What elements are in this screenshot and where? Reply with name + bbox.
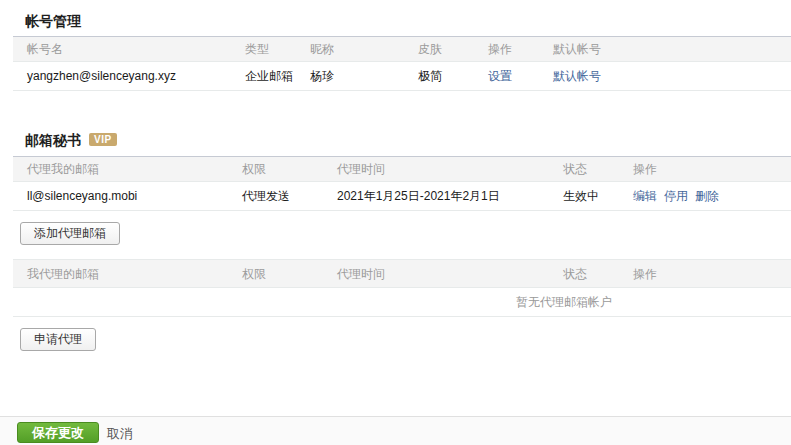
account-type: 企业邮箱 [245, 68, 293, 85]
settings-page: 帐号管理 帐号名 类型 昵称 皮肤 操作 默认帐号 yangzhen@silen… [0, 0, 791, 445]
col-proxy-my-mailbox: 代理我的邮箱 [27, 161, 99, 178]
col-type: 类型 [245, 41, 269, 58]
col-proxy-period: 代理时间 [337, 161, 385, 178]
section-title-account-management: 帐号管理 [25, 13, 81, 31]
settings-link[interactable]: 设置 [488, 69, 512, 83]
delegated-by-me-table: 我代理的邮箱 权限 代理时间 状态 操作 暂无代理邮箱帐户 [13, 259, 791, 317]
col-operation: 操作 [633, 161, 657, 178]
proxy-email: ll@silenceyang.mobi [27, 189, 137, 203]
account-table: 帐号名 类型 昵称 皮肤 操作 默认帐号 yangzhen@silenceyan… [13, 36, 791, 91]
col-default-account: 默认帐号 [553, 41, 601, 58]
col-nickname: 昵称 [310, 41, 334, 58]
account-table-header: 帐号名 类型 昵称 皮肤 操作 默认帐号 [13, 36, 791, 62]
col-operation: 操作 [488, 41, 512, 58]
footer-bar: 保存更改 取消 [0, 416, 791, 445]
apply-proxy-button[interactable]: 申请代理 [20, 328, 96, 351]
delegated-by-me-header: 我代理的邮箱 权限 代理时间 状态 操作 [13, 259, 791, 288]
account-nickname: 杨珍 [310, 68, 334, 85]
proxy-actions: 编辑停用删除 [633, 188, 726, 205]
disable-link[interactable]: 停用 [664, 189, 688, 203]
vip-badge: VIP [89, 133, 117, 146]
delegated-to-me-table: 代理我的邮箱 权限 代理时间 状态 操作 ll@silenceyang.mobi… [13, 156, 791, 211]
proxy-period: 2021年1月25日-2021年2月1日 [337, 188, 500, 205]
delegated-by-me-empty-row: 暂无代理邮箱帐户 [13, 288, 791, 317]
save-changes-button[interactable]: 保存更改 [17, 422, 99, 443]
col-skin: 皮肤 [418, 41, 442, 58]
account-skin: 极简 [418, 68, 442, 85]
col-permission: 权限 [242, 161, 266, 178]
col-mailboxes-i-proxy: 我代理的邮箱 [27, 265, 99, 282]
default-account-link[interactable]: 默认帐号 [553, 69, 601, 83]
account-row: yangzhen@silenceyang.xyz 企业邮箱 杨珍 极简 设置 默… [13, 62, 791, 91]
delegated-to-me-row: ll@silenceyang.mobi 代理发送 2021年1月25日-2021… [13, 182, 791, 211]
col-permission: 权限 [242, 265, 266, 282]
delegated-to-me-header: 代理我的邮箱 权限 代理时间 状态 操作 [13, 156, 791, 182]
mail-secretary-title: 邮箱秘书 [25, 132, 81, 148]
account-email: yangzhen@silenceyang.xyz [27, 69, 176, 83]
cancel-link[interactable]: 取消 [107, 425, 133, 443]
edit-link[interactable]: 编辑 [633, 189, 657, 203]
proxy-permission: 代理发送 [242, 188, 290, 205]
col-status: 状态 [563, 265, 587, 282]
empty-state-text: 暂无代理邮箱帐户 [337, 294, 791, 311]
col-proxy-period: 代理时间 [337, 265, 385, 282]
add-proxy-mailbox-button[interactable]: 添加代理邮箱 [20, 222, 120, 245]
delete-link[interactable]: 删除 [695, 189, 719, 203]
col-status: 状态 [563, 161, 587, 178]
col-operation: 操作 [633, 265, 657, 282]
col-account-name: 帐号名 [27, 41, 63, 58]
section-title-mail-secretary: 邮箱秘书VIP [25, 132, 117, 150]
proxy-status: 生效中 [563, 188, 599, 205]
